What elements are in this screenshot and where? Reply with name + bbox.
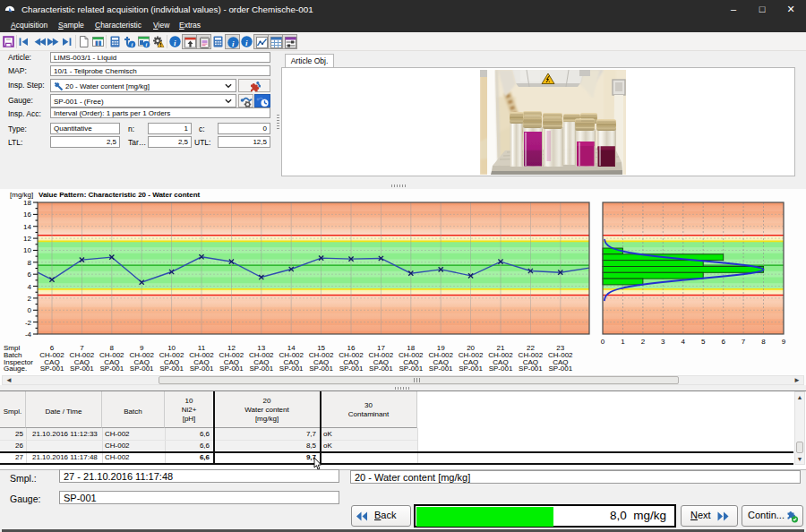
svg-text:SP-001: SP-001 [159,365,184,373]
svg-text:-4: -4 [25,330,32,339]
svg-text:2: 2 [28,295,32,303]
svg-text:SP-001: SP-001 [339,365,364,373]
svg-text:8: 8 [28,259,32,267]
svg-text:8: 8 [761,338,766,346]
svg-text:SP-001: SP-001 [429,365,453,373]
svg-text:SP-001: SP-001 [249,365,273,373]
svg-text:SP-001: SP-001 [190,365,214,373]
svg-text:16: 16 [23,210,31,219]
svg-text:SP-001: SP-001 [99,365,124,373]
svg-text:SP-001: SP-001 [519,365,543,373]
svg-text:SP-001: SP-001 [489,365,513,373]
svg-text:12: 12 [23,235,31,243]
svg-text:1: 1 [621,338,625,346]
svg-text:SP-001: SP-001 [219,365,244,373]
svg-text:0: 0 [601,338,605,346]
svg-text:SP-001: SP-001 [130,365,154,373]
svg-text:6: 6 [28,270,32,279]
svg-text:Gauge.: Gauge. [4,365,27,373]
svg-text:SP-001: SP-001 [309,365,333,373]
svg-text:3: 3 [661,338,665,346]
svg-text:SP-001: SP-001 [548,365,572,373]
svg-text:SP-001: SP-001 [459,365,483,373]
svg-text:4: 4 [28,283,32,291]
svg-text:i: i [146,41,148,47]
svg-text:9: 9 [782,338,786,346]
svg-text:7: 7 [742,338,746,346]
svg-text:2: 2 [641,338,646,346]
svg-text:▮▮: ▮▮ [95,39,102,46]
svg-text:SP-001: SP-001 [70,365,94,373]
svg-text:18: 18 [23,199,31,207]
svg-text:SP-001: SP-001 [40,365,64,373]
svg-text:SP-001: SP-001 [399,365,423,373]
svg-text:SP-001: SP-001 [279,365,304,373]
svg-text:5: 5 [701,338,706,346]
svg-text:4: 4 [682,338,686,346]
svg-text:SP-001: SP-001 [369,365,393,373]
svg-text:10: 10 [23,246,31,254]
svg-text:-2: -2 [25,319,32,327]
svg-text:14: 14 [23,223,31,231]
svg-text:0: 0 [28,306,32,314]
svg-text:i: i [132,41,133,47]
svg-text:6: 6 [721,338,725,346]
